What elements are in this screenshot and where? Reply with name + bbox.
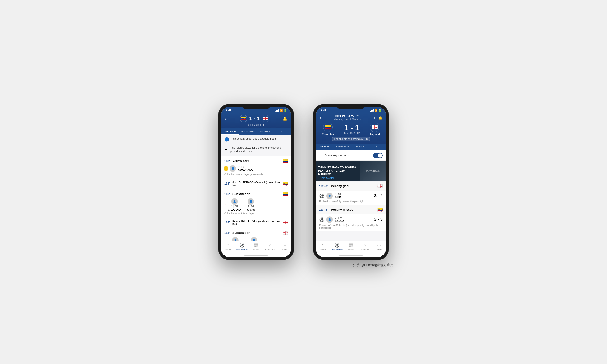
list-item: 113' Substitution 🏴󠁧󠁢󠁥󠁮󠁧󠁿 ↕ 👤 19 | FW RA… [221,228,291,241]
tab-live-blog-2[interactable]: LIVE BLOG [316,143,333,150]
share-icon[interactable]: ⬆ [373,116,376,120]
nav-news-2[interactable]: 📰 News [344,243,358,251]
event-text-2: The referee blows for the end of the sec… [230,146,288,153]
score-big-2: 1 - 1 [343,123,360,132]
bottom-nav-2: ⌂ Home ⚽ Live Scores 📰 News ☆ Favourites… [316,241,386,253]
penalty-time: 120'+8' [319,185,331,187]
key-moments-toggle[interactable] [373,153,383,158]
notch-1 [242,104,270,109]
ad-banner[interactable]: → THINK IT'S EASY TO SCORE A PENALTY AFT… [316,161,386,181]
screen-2: 9:41 📶 🔋 ‹ FIFA World Cup™ Moscow, Spart… [316,107,386,257]
nav-live-scores-label-2: Live Scores [331,248,343,251]
nav-more-2[interactable]: ··· More [372,243,386,251]
ad-brand: POWERADE [366,170,380,172]
key-moments-bar: 👁 Show key moments [316,151,386,161]
wifi-icon-1: 📶 [280,109,283,112]
event-text-1: The penalty shoot-out is about to begin. [231,137,277,141]
match-title: FIFA World Cup™ Moscow, Spartak Stadium [334,115,361,121]
team1-block: 🇨🇴 Colombia [322,122,334,136]
more-icon-2: ··· [377,243,381,248]
player-info: 7 | FW [335,217,344,220]
event-title: Substitution [232,192,283,196]
bell-icon-1[interactable]: 🔔 [283,116,287,121]
player-avatar: 👤 [326,216,333,223]
event-flag: 🏴󠁧󠁢󠁥󠁮󠁧󠁿 [283,220,288,225]
soccer-ball-icon-3: ⚽ [319,217,324,222]
event-time: 115' [224,221,231,224]
phone-2: 9:41 📶 🔋 ‹ FIFA World Cup™ Moscow, Spart… [313,104,389,260]
nav-more-1[interactable]: ··· More [277,243,291,251]
event-flag: 🇨🇴 [283,181,288,186]
home-indicator-2 [316,253,386,257]
player-out: 👤 19 | FW RASHFORD [228,237,243,241]
player-in: 👤 2 | DF WALKER [248,237,260,241]
score-1: 1 - 1 [249,116,260,122]
time-1: 9:41 [226,109,231,112]
tab-stats-2[interactable]: ST [369,143,386,150]
nav-news-1[interactable]: 📰 News [249,243,263,251]
nav-more-label-2: More [377,248,382,250]
penalty-flag: 🇨🇴 [378,207,383,212]
score-area-1: 🇨🇴 1 - 1 🏴󠁧󠁢󠁥󠁮󠁧󠁿 [226,115,283,122]
notch-2 [337,104,365,109]
foul-text: Juan CUADRADO (Colombia) commits a foul. [232,181,283,186]
player-out: 👤 2 | DF C. ZAPATA [228,198,241,211]
tab-lineups-2[interactable]: LINEUPS [351,143,369,150]
screen-1: 9:41 📶 🔋 ‹ 🇨🇴 1 - 1 🏴󠁧󠁢󠁥󠁮󠁧󠁿 [221,107,291,257]
player-info: 2 | DF [231,205,238,208]
tab-live-events-2[interactable]: LIVE EVENTS [333,143,351,150]
nav-home-2[interactable]: ⌂ Home [316,243,330,251]
more-icon: ··· [282,243,286,248]
event-time: 118' [224,159,231,163]
nav-home-1[interactable]: ⌂ Home [221,243,235,251]
tournament-name: FIFA World Cup™ [334,115,361,118]
wifi-icon-2: 📶 [375,109,378,112]
event-flag: 🇨🇴 [283,192,288,197]
time-2: 9:41 [321,109,326,112]
player-avatar: 👤 [248,198,254,205]
substitution-arrows-icon: ↕ [224,203,226,207]
event-desc: Colombia have a player yellow carded. [224,173,288,176]
nav-home-label: Home [225,248,231,250]
tab-stats-1[interactable]: ST [274,128,291,135]
list-item: ⏱ The referee blows for the end of the s… [221,144,291,155]
player-avatar: 👤 [251,237,257,241]
match-tabs-1: LIVE BLOG LIVE EVENTS LINEUPS ST [221,128,291,135]
penalty-desc: Carlos BACCA (Colombia) sees his penalty… [319,224,383,229]
nav-live-scores-2[interactable]: ⚽ Live Scores [330,243,344,251]
bell-icon-2[interactable]: 🔔 [378,116,382,120]
event-title: Substitution [232,231,283,234]
back-button-2[interactable]: ‹ [320,115,321,120]
event-desc: Colombia substitute a player [224,212,288,215]
nav-favourites-2[interactable]: ☆ Favourites [358,243,372,251]
player-name: ARIAS [247,208,255,211]
nav-favourites-1[interactable]: ☆ Favourites [263,243,277,251]
match-header-1: ‹ 🇨🇴 1 - 1 🏴󠁧󠁢󠁥󠁮󠁧󠁿 🔔 Jul 4, 2018 | FT [221,113,291,128]
battery-icon-2: 🔋 [378,109,381,112]
home-icon-2: ⌂ [321,243,324,248]
player-info: 11 | MF [238,166,253,168]
player-name: DIER [335,196,342,199]
match-header-2: ‹ FIFA World Cup™ Moscow, Spartak Stadiu… [316,113,386,143]
team2-name: England [370,133,380,136]
star-icon-2: ☆ [363,243,367,248]
team1-name: Colombia [322,133,334,136]
nav-favourites-label: Favourites [265,248,275,251]
nav-news-label: News [253,248,259,251]
corner-text: Kieran TRIPPIER (England) takes a corner… [232,220,283,225]
tab-live-blog-1[interactable]: LIVE BLOG [221,128,238,135]
ad-headline: THINK IT'S EASY TO SCORE A PENALTY AFTER… [318,166,357,176]
nav-live-scores-1[interactable]: ⚽ Live Scores [235,243,249,251]
penalty-title: Penalty goal [331,184,378,188]
star-icon: ☆ [268,243,272,248]
nav-home-label-2: Home [320,248,326,250]
penalty-score: 3 - 3 [374,217,383,222]
tab-live-events-1[interactable]: LIVE EVENTS [238,128,256,135]
match-score-row-2: 🇨🇴 Colombia 1 - 1 Jul 4, 2018 | FT 🏴󠁧󠁢󠁥󠁮… [320,122,382,136]
list-item: 118' Yellow card 🇨🇴 👤 11 | MF CUADRADO C… [221,156,291,178]
event-flag: 🇨🇴 [283,158,288,164]
tab-lineups-1[interactable]: LINEUPS [256,128,274,135]
player-avatar: 👤 [326,193,333,199]
eye-icon: 👁 [319,153,323,157]
event-time: 118' [224,182,231,185]
